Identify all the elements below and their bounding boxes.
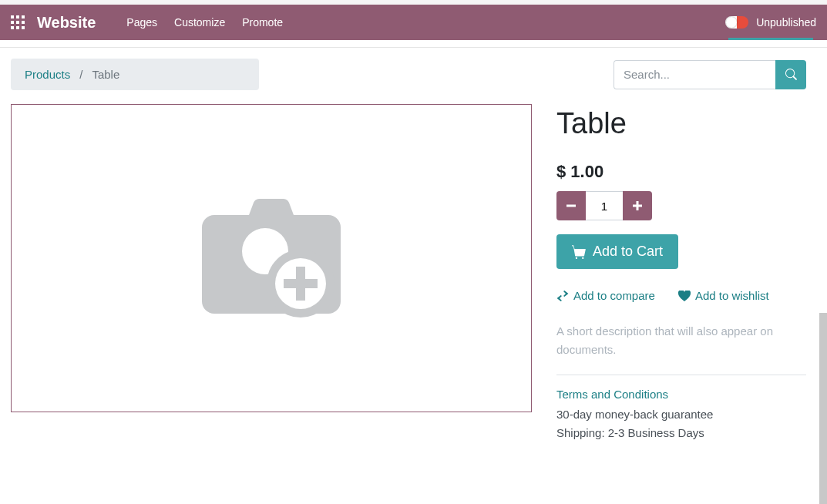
apps-icon[interactable]: [11, 15, 25, 29]
divider: [556, 375, 806, 375]
brand[interactable]: Website: [37, 14, 96, 32]
svg-rect-8: [22, 26, 25, 29]
add-to-compare-link[interactable]: Add to compare: [556, 289, 655, 302]
cart-icon: [572, 244, 587, 259]
compare-label: Add to compare: [573, 289, 655, 302]
svg-rect-0: [11, 15, 14, 18]
menu-customize[interactable]: Customize: [174, 16, 225, 29]
product-details: Table $ 1.00 Add to Cart: [556, 104, 806, 442]
quantity-stepper: [556, 191, 806, 220]
compare-icon: [556, 291, 569, 301]
navbar: Website Pages Customize Promote Unpublis…: [0, 5, 827, 40]
add-to-cart-button[interactable]: Add to Cart: [556, 234, 678, 269]
breadcrumb-separator: /: [79, 68, 82, 81]
search-input[interactable]: [614, 60, 775, 89]
add-to-wishlist-link[interactable]: Add to wishlist: [678, 289, 769, 302]
search-button[interactable]: [775, 60, 806, 89]
terms-link[interactable]: Terms and Conditions: [556, 388, 806, 401]
svg-rect-6: [11, 26, 14, 29]
shipping-text: Shipping: 2-3 Business Days: [556, 424, 806, 442]
search-icon: [785, 69, 797, 80]
breadcrumb-current: Table: [92, 68, 119, 81]
searchbox: [614, 60, 806, 89]
svg-rect-13: [284, 279, 318, 288]
plus-icon: [633, 201, 642, 210]
breadcrumb-products[interactable]: Products: [25, 68, 70, 81]
svg-rect-1: [16, 15, 19, 18]
subbar: [0, 40, 827, 48]
product-image-placeholder[interactable]: [11, 104, 532, 412]
svg-rect-16: [637, 201, 639, 210]
publish-toggle[interactable]: [725, 16, 748, 29]
publish-status[interactable]: Unpublished: [756, 16, 816, 29]
product-price: $ 1.00: [556, 162, 806, 182]
svg-rect-14: [566, 205, 576, 207]
product-title: Table: [556, 107, 806, 140]
heart-icon: [678, 291, 691, 301]
add-to-cart-label: Add to Cart: [593, 244, 663, 260]
quantity-decrease-button[interactable]: [556, 191, 586, 220]
svg-rect-4: [16, 21, 19, 24]
scrollbar[interactable]: [819, 313, 827, 461]
menu-promote[interactable]: Promote: [242, 16, 283, 29]
minus-icon: [566, 201, 576, 210]
svg-rect-5: [22, 21, 25, 24]
breadcrumb: Products / Table: [11, 59, 259, 90]
svg-rect-2: [22, 15, 25, 18]
menu-pages[interactable]: Pages: [126, 16, 157, 29]
nav-menu: Pages Customize Promote: [126, 16, 283, 29]
guarantee-text: 30-day money-back guarantee: [556, 405, 806, 424]
camera-add-icon: [194, 191, 348, 326]
short-description: A short description that will also appea…: [556, 322, 806, 359]
quantity-input[interactable]: [586, 191, 623, 220]
wishlist-label: Add to wishlist: [695, 289, 769, 302]
quantity-increase-button[interactable]: [623, 191, 652, 220]
svg-rect-7: [16, 26, 19, 29]
svg-rect-3: [11, 21, 14, 24]
